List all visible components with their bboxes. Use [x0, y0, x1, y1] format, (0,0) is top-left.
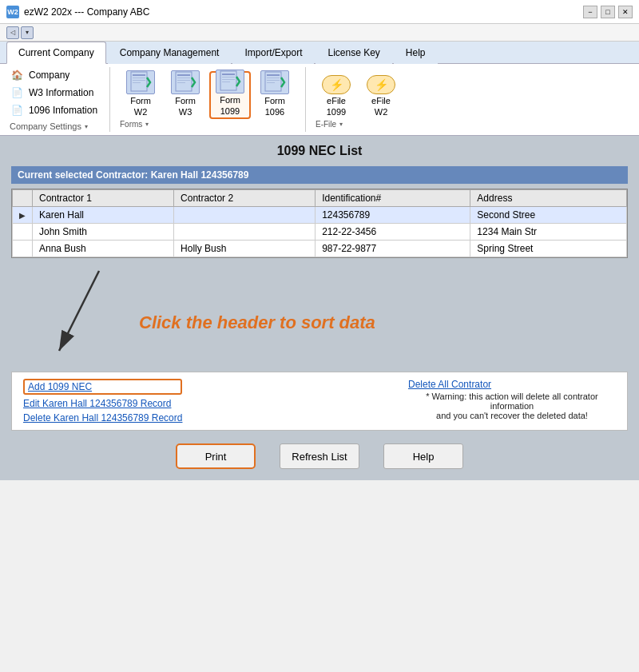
form-w2-line1: Form	[130, 96, 151, 105]
title-bar: W2 ezW2 202x --- Company ABC − □ ✕	[0, 0, 639, 24]
form-w2-line2: W2	[134, 107, 148, 117]
tab-current-company[interactable]: Current Company	[6, 42, 106, 64]
contractor1-cell: Karen Hall	[33, 207, 174, 224]
tab-company-management[interactable]: Company Management	[108, 42, 232, 64]
identification-cell: 124356789	[316, 207, 470, 224]
contractor-table: Contractor 1 Contractor 2 Identification…	[12, 189, 627, 257]
efile-1099-icon: ⚡	[322, 75, 351, 94]
forms-label: Forms	[120, 120, 142, 129]
svg-rect-11	[222, 74, 235, 75]
address-cell: Second Stree	[470, 207, 627, 224]
contractor2-cell	[174, 207, 316, 224]
contractor2-cell: Holly Bush	[174, 241, 316, 257]
row-pointer: ▶	[13, 207, 33, 224]
tab-help[interactable]: Help	[394, 42, 438, 64]
col-header-contractor2[interactable]: Contractor 2	[174, 190, 316, 207]
help-button[interactable]: Help	[383, 443, 463, 469]
row-pointer	[13, 241, 33, 257]
svg-rect-17	[267, 78, 280, 78]
ribbon-w3-item[interactable]: 📄 W3 Information	[6, 85, 101, 101]
delete-record-link[interactable]: Delete Karen Hall 124356789 Record	[23, 412, 182, 423]
svg-rect-16	[267, 74, 280, 76]
col-header-address[interactable]: Address	[470, 190, 627, 207]
company-settings-label: Company Settings	[10, 121, 81, 131]
form-1096-icon	[260, 70, 289, 94]
house-icon: 🏠	[10, 69, 24, 82]
ribbon-1096-item[interactable]: 📄 1096 Infomation	[6, 102, 101, 118]
row-pointer	[13, 224, 33, 241]
col-header-pointer[interactable]	[13, 190, 33, 207]
doc-icon: 📄	[10, 86, 24, 99]
address-cell: Spring Street	[470, 241, 627, 257]
refresh-list-button[interactable]: Refresh List	[280, 443, 359, 469]
delete-all-link[interactable]: Delete All Contrator	[408, 379, 491, 390]
print-button[interactable]: Print	[176, 443, 256, 469]
form-w3-line1: Form	[175, 96, 196, 105]
annotation-area: Click the header to sort data	[11, 263, 628, 367]
efile-expand-icon: ▾	[339, 121, 343, 128]
svg-rect-9	[177, 82, 185, 83]
efile-1099-line1: eFile	[327, 96, 346, 105]
form-1096-button[interactable]: Form 1096	[254, 71, 296, 119]
selected-contractor-bar: Current selected Contractor: Karen Hall …	[11, 166, 628, 184]
page-title: 1099 NEC List	[11, 144, 628, 158]
contractor-table-container: Contractor 1 Contractor 2 Identification…	[11, 189, 628, 258]
svg-rect-1	[133, 74, 145, 76]
svg-rect-2	[133, 78, 145, 78]
form-w2-icon	[126, 70, 155, 94]
arrow-svg	[43, 263, 203, 367]
close-button[interactable]: ✕	[618, 6, 633, 18]
contractor1-cell: Anna Bush	[33, 241, 174, 257]
svg-line-21	[59, 271, 99, 351]
efile-w2-button[interactable]: ⚡ eFile W2	[360, 71, 402, 119]
form-w3-line2: W3	[179, 107, 192, 117]
table-row[interactable]: John Smith212-22-34561234 Main Str	[13, 224, 627, 241]
efile-1099-line2: 1099	[327, 107, 346, 117]
forms-expand-icon: ▾	[145, 121, 149, 128]
bottom-buttons: Print Refresh List Help	[11, 435, 628, 472]
expand-icon: ▾	[85, 123, 88, 130]
contractor2-cell	[174, 224, 316, 241]
ribbon-forms-section: Form W2 Form W3	[110, 67, 306, 132]
form-1096-line2: 1096	[265, 107, 284, 117]
svg-rect-13	[222, 79, 235, 80]
svg-rect-7	[177, 78, 190, 78]
col-header-identification[interactable]: Identification#	[316, 190, 470, 207]
identification-cell: 212-22-3456	[316, 224, 470, 241]
quick-back-button[interactable]: ◁	[6, 26, 19, 39]
app-icon: W2	[6, 6, 19, 18]
ribbon-content: 🏠 Company 📄 W3 Information 📄 1096 Infoma…	[0, 64, 639, 136]
form-1099-icon	[216, 70, 244, 93]
tab-license-key[interactable]: License Key	[316, 42, 391, 64]
quick-access-toolbar: ◁ ▾	[0, 24, 639, 42]
efile-1099-button[interactable]: ⚡ eFile 1099	[316, 71, 357, 119]
table-row[interactable]: Anna BushHolly Bush987-22-9877Spring Str…	[13, 241, 627, 257]
ribbon-company-item[interactable]: 🏠 Company	[6, 67, 101, 83]
edit-record-link[interactable]: Edit Karen Hall 124356789 Record	[23, 398, 182, 409]
form-1099-button[interactable]: Form 1099	[209, 71, 251, 119]
identification-cell: 987-22-9877	[316, 241, 470, 257]
form-w2-button[interactable]: Form W2	[120, 71, 161, 119]
col-header-contractor1[interactable]: Contractor 1	[33, 190, 174, 207]
svg-rect-12	[222, 77, 235, 78]
add-1099-nec-link[interactable]: Add 1099 NEC	[23, 379, 182, 395]
form-w3-button[interactable]: Form W3	[165, 71, 206, 119]
warning-text: * Warning: this action will delete all c…	[408, 392, 616, 420]
svg-rect-3	[133, 80, 145, 81]
ribbon-efile-section: ⚡ eFile 1099 ⚡ eFile W2 E-File ▾	[306, 67, 411, 132]
svg-rect-14	[222, 82, 230, 82]
ribbon-left-panel: 🏠 Company 📄 W3 Information 📄 1096 Infoma…	[6, 67, 110, 132]
svg-rect-8	[177, 80, 190, 81]
maximize-button[interactable]: □	[601, 6, 615, 18]
efile-label: E-File	[316, 120, 336, 129]
quick-forward-button[interactable]: ▾	[21, 26, 34, 39]
minimize-button[interactable]: −	[583, 6, 597, 18]
form-w3-icon	[171, 70, 200, 94]
tab-import-export[interactable]: Import/Export	[232, 42, 314, 64]
svg-rect-4	[133, 82, 141, 83]
contractor1-cell: John Smith	[33, 224, 174, 241]
window-title: ezW2 202x --- Company ABC	[24, 6, 149, 18]
svg-rect-19	[267, 82, 275, 83]
table-row[interactable]: ▶Karen Hall124356789Second Stree	[13, 207, 627, 224]
main-area: 1099 NEC List Current selected Contracto…	[0, 136, 639, 480]
